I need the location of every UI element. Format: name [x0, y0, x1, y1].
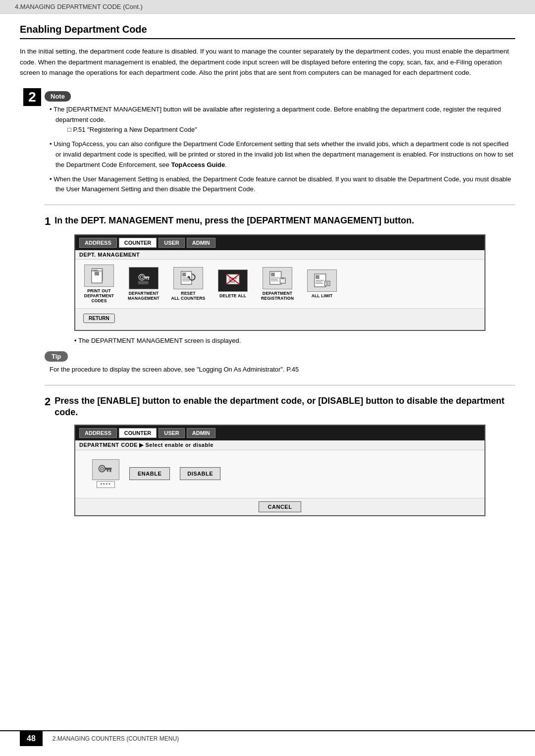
- note-item-1: The [DEPARTMENT MANAGEMENT] button will …: [50, 105, 515, 135]
- step2-text: Press the [ENABLE] button to enable the …: [54, 395, 515, 419]
- tab2-address[interactable]: ADDRESS: [79, 428, 117, 438]
- note-box: Note The [DEPARTMENT MANAGEMENT] button …: [45, 91, 515, 195]
- tip-label: Tip: [45, 351, 68, 362]
- cancel-button[interactable]: CANCEL: [259, 501, 302, 512]
- icon-printout: PRINT OUTDEPARTMENT CODES: [79, 265, 119, 304]
- enable-button[interactable]: ENABLE: [129, 467, 170, 480]
- tab2-user[interactable]: USER: [159, 428, 185, 438]
- screen2-tabbar: ADDRESS COUNTER USER ADMIN: [75, 426, 484, 440]
- note-item-2: Using TopAccess, you can also configure …: [50, 139, 515, 170]
- top-header-text: 4.MANAGING DEPARTMENT CODE (Cont.): [15, 3, 143, 10]
- tab-counter[interactable]: COUNTER: [119, 238, 157, 248]
- tab-user[interactable]: USER: [159, 238, 185, 248]
- svg-rect-39: [324, 281, 330, 286]
- svg-rect-44: [104, 468, 111, 470]
- note-item-1-sub: □ P.51 "Registering a New Department Cod…: [55, 125, 515, 135]
- note-list: The [DEPARTMENT MANAGEMENT] button will …: [45, 105, 515, 195]
- icon-dept-mgmt-img: [129, 267, 159, 289]
- icon-all-limit: ALL LIMIT: [302, 270, 342, 298]
- svg-rect-19: [182, 280, 190, 281]
- section-title: Enabling Department Code: [20, 24, 515, 39]
- intro-paragraph: In the initial setting, the department c…: [20, 46, 515, 78]
- icon-dept-reg-img: [263, 267, 292, 289]
- svg-rect-38: [316, 283, 323, 284]
- svg-rect-14: [138, 284, 149, 285]
- screen1-tabbar: ADDRESS COUNTER USER ADMIN: [75, 235, 484, 250]
- svg-rect-12: [138, 281, 149, 282]
- svg-point-8: [140, 276, 143, 279]
- icon-reset: RESETALL COUNTERS: [168, 267, 208, 301]
- note-item-2-main: Using TopAccess, you can also configure …: [54, 140, 513, 168]
- step1-text: In the DEPT. MANAGEMENT menu, press the …: [54, 215, 414, 226]
- icon-dept-mgmt-label: DEPARTMENTMANAGEMENT: [128, 291, 160, 301]
- svg-rect-36: [316, 280, 324, 281]
- icon-all-limit-img: [307, 270, 337, 292]
- svg-rect-28: [271, 273, 275, 277]
- screen2-bottom: CANCEL: [75, 498, 484, 515]
- screen1-icons-row: PRINT OUTDEPARTMENT CODES: [75, 260, 484, 309]
- svg-rect-45: [109, 470, 111, 472]
- svg-rect-46: [107, 470, 108, 472]
- note-item-3: When the User Management Setting is enab…: [50, 174, 515, 195]
- svg-rect-9: [144, 276, 150, 278]
- svg-rect-10: [148, 278, 149, 280]
- step2-number: 2: [45, 395, 51, 408]
- tip-content: For the procedure to display the screen …: [45, 365, 515, 375]
- note-item-3-main: When the User Management Setting is enab…: [54, 175, 511, 193]
- svg-rect-16: [182, 273, 186, 277]
- svg-point-7: [139, 274, 145, 280]
- page-footer: 48 2.MANAGING COUNTERS (COUNTER MENU): [0, 730, 535, 746]
- top-header: 4.MANAGING DEPARTMENT CODE (Cont.): [0, 0, 535, 14]
- key-dots: ****: [97, 481, 114, 488]
- icon-reset-img: [173, 267, 203, 289]
- note-label: Note: [45, 91, 71, 102]
- icon-dept-mgmt: DEPARTMENTMANAGEMENT: [124, 267, 163, 301]
- step2-section: 2 Press the [ENABLE] button to enable th…: [45, 395, 515, 516]
- svg-rect-13: [138, 282, 149, 283]
- icon-delete-label: DELETE ALL: [219, 293, 246, 298]
- footer-text: 2.MANAGING COUNTERS (COUNTER MENU): [53, 735, 179, 742]
- icon-printout-img: [84, 265, 114, 287]
- tab2-admin[interactable]: ADMIN: [187, 428, 215, 438]
- svg-rect-11: [146, 278, 147, 279]
- icon-all-limit-label: ALL LIMIT: [312, 293, 333, 298]
- sidebar-number: 2: [23, 88, 41, 106]
- screen2-dept-label: DEPARTMENT CODE ▶ Select enable or disab…: [75, 440, 484, 450]
- tab-admin[interactable]: ADMIN: [187, 238, 215, 248]
- icon-dept-reg: DEPARTMENTREGISTRATION: [258, 267, 297, 301]
- svg-rect-35: [316, 275, 320, 279]
- key-icon-box: [92, 459, 119, 480]
- svg-rect-31: [271, 280, 278, 281]
- step1-number: 1: [45, 215, 51, 228]
- tip-box: Tip For the procedure to display the scr…: [45, 351, 515, 375]
- screen2-mockup: ADDRESS COUNTER USER ADMIN DEPARTMENT CO…: [74, 425, 485, 516]
- svg-rect-29: [271, 277, 279, 278]
- svg-point-43: [101, 467, 104, 470]
- svg-rect-18: [182, 279, 189, 280]
- screen1-note: • The DEPARTMENT MANAGEMENT screen is di…: [74, 337, 485, 344]
- svg-rect-30: [271, 279, 278, 280]
- return-button[interactable]: RETURN: [83, 314, 115, 323]
- step1-section: 1 In the DEPT. MANAGEMENT menu, press th…: [45, 215, 515, 375]
- icon-delete: DELETE ALL: [213, 270, 253, 298]
- tab2-counter[interactable]: COUNTER: [119, 428, 157, 438]
- key-block: ****: [92, 459, 119, 488]
- icon-delete-img: [218, 270, 248, 292]
- screen1-bottom: RETURN: [75, 308, 484, 330]
- svg-rect-6: [95, 271, 99, 275]
- note-item-1-main: The [DEPARTMENT MANAGEMENT] button will …: [54, 106, 501, 123]
- svg-point-42: [99, 465, 105, 472]
- tab-address[interactable]: ADDRESS: [79, 238, 117, 248]
- screen1-dept-label: DEPT. MANAGEMENT: [75, 250, 484, 260]
- footer-page-number: 48: [20, 731, 43, 746]
- svg-rect-33: [281, 278, 284, 279]
- svg-rect-41: [326, 284, 329, 285]
- screen2-inner: **** ENABLE DISABLE: [75, 450, 484, 498]
- screen1-mockup: ADDRESS COUNTER USER ADMIN DEPT. MANAGEM…: [74, 234, 485, 331]
- icon-printout-label: PRINT OUTDEPARTMENT CODES: [79, 288, 119, 304]
- enable-disable-row: **** ENABLE DISABLE: [92, 459, 478, 488]
- icon-reset-label: RESETALL COUNTERS: [171, 291, 206, 301]
- icon-dept-reg-label: DEPARTMENTREGISTRATION: [261, 291, 294, 301]
- svg-rect-37: [316, 282, 322, 283]
- disable-button[interactable]: DISABLE: [180, 467, 220, 480]
